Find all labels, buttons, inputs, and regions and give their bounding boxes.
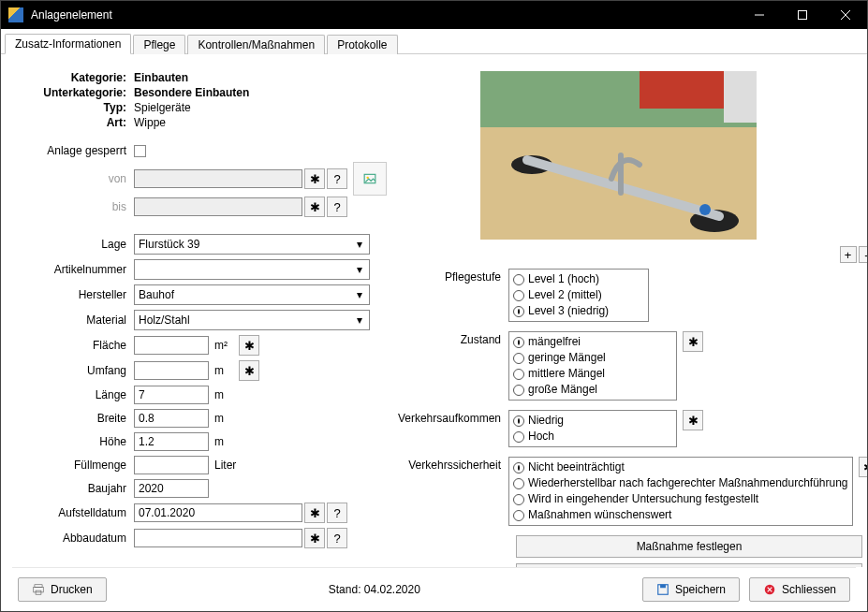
- flaeche-unit: m²: [214, 339, 237, 352]
- verkehrssicherheit-group: Nicht beeinträchtigt Wiederherstellbar n…: [508, 457, 853, 526]
- pflegestufe-group: Level 1 (hoch) Level 2 (mittel) Level 3 …: [508, 269, 649, 322]
- gesperrt-label: Anlage gesperrt: [12, 144, 134, 157]
- bis-field[interactable]: [134, 197, 302, 216]
- umfang-input[interactable]: [134, 361, 209, 380]
- fuellmenge-input[interactable]: [134, 456, 209, 474]
- verkehrssicherheit-option[interactable]: Wird in eingehender Untersuchung festges…: [513, 491, 848, 507]
- laenge-unit: m: [214, 388, 237, 401]
- bis-star-button[interactable]: ✱: [304, 197, 325, 217]
- tab-zusatz[interactable]: Zusatz-Informationen: [5, 34, 131, 54]
- chevron-down-icon: ▾: [352, 313, 367, 328]
- verkehrssicherheit-option[interactable]: Nicht beeinträchtigt: [513, 459, 848, 475]
- zustand-star-button[interactable]: ✱: [683, 331, 703, 352]
- pflegestufe-option[interactable]: Level 1 (hoch): [513, 271, 644, 287]
- art-value: Wippe: [134, 116, 166, 129]
- window-title: Anlagenelement: [31, 8, 738, 22]
- stand-label: Stand: 04.02.2020: [329, 583, 420, 596]
- aufstelldatum-input[interactable]: [134, 503, 302, 522]
- picture-icon: [363, 172, 376, 185]
- tab-pflege[interactable]: Pflege: [133, 35, 185, 54]
- close-icon: [763, 583, 776, 596]
- typ-value: Spielgeräte: [134, 101, 191, 114]
- zustand-option[interactable]: große Mängel: [513, 382, 672, 398]
- flaeche-label: Fläche: [12, 339, 134, 352]
- flaeche-input[interactable]: [134, 336, 209, 355]
- von-star-button[interactable]: ✱: [304, 168, 325, 189]
- kategorie-label: Kategorie:: [12, 71, 134, 84]
- umfang-star-button[interactable]: ✱: [239, 360, 259, 381]
- umfang-label: Umfang: [12, 364, 134, 377]
- von-label: von: [12, 172, 134, 185]
- verkehrsaufkommen-group: Niedrig Hoch: [508, 410, 677, 447]
- printer-icon: [32, 583, 45, 596]
- zustand-option[interactable]: geringe Mängel: [513, 350, 672, 366]
- schliessen-button[interactable]: Schliessen: [749, 577, 850, 602]
- save-icon: [656, 583, 669, 596]
- abbaudatum-label: Abbaudatum: [12, 532, 134, 545]
- verkehrssicherheit-label: Verkehrssicherheit: [396, 457, 508, 526]
- verkehrsaufkommen-option[interactable]: Niedrig: [513, 413, 672, 429]
- hersteller-label: Hersteller: [12, 288, 134, 301]
- close-button[interactable]: [824, 1, 867, 29]
- hoehe-input[interactable]: [134, 432, 209, 451]
- zustand-option[interactable]: mängelfrei: [513, 334, 672, 350]
- svg-rect-18: [660, 585, 666, 589]
- baujahr-input[interactable]: [134, 479, 209, 498]
- hersteller-select[interactable]: Bauhof▾: [134, 284, 370, 305]
- svg-rect-14: [35, 585, 42, 588]
- verkehrsaufkommen-option[interactable]: Hoch: [513, 429, 672, 444]
- gesperrt-checkbox[interactable]: [134, 145, 146, 157]
- speichern-button[interactable]: Speichern: [642, 577, 740, 602]
- material-select[interactable]: Holz/Stahl▾: [134, 310, 370, 330]
- breite-unit: m: [214, 412, 237, 425]
- image-picker-button[interactable]: [353, 162, 387, 196]
- flaeche-star-button[interactable]: ✱: [239, 335, 259, 356]
- aufstelldatum-star-button[interactable]: ✱: [304, 503, 325, 523]
- material-label: Material: [12, 313, 134, 327]
- pflegestufe-label: Pflegestufe: [396, 269, 508, 322]
- massnahme-festlegen-button[interactable]: Maßnahme festlegen: [516, 535, 862, 558]
- drucken-button[interactable]: Drucken: [18, 577, 107, 602]
- bis-help-button[interactable]: ?: [327, 197, 347, 217]
- breite-label: Breite: [12, 412, 134, 425]
- svg-rect-15: [34, 588, 44, 592]
- zustand-option[interactable]: mittlere Mängel: [513, 366, 672, 382]
- minimize-button[interactable]: [738, 1, 781, 29]
- footer: Drucken Stand: 04.02.2020 Speichern Schl…: [12, 567, 856, 611]
- abbaudatum-input[interactable]: [134, 529, 302, 547]
- hoehe-unit: m: [214, 435, 237, 448]
- element-photo: [480, 71, 757, 240]
- pflegestufe-option[interactable]: Level 3 (niedrig): [513, 303, 644, 319]
- tab-protokolle[interactable]: Protokolle: [327, 35, 397, 54]
- verkehrsaufkommen-label: Verkehrsaufkommen: [396, 410, 508, 447]
- svg-point-13: [699, 204, 711, 215]
- aufstelldatum-label: Aufstelldatum: [12, 506, 134, 519]
- abbaudatum-star-button[interactable]: ✱: [304, 528, 325, 548]
- verkehrsaufkommen-star-button[interactable]: ✱: [683, 410, 703, 430]
- abbaudatum-help-button[interactable]: ?: [327, 528, 347, 548]
- tabstrip: Zusatz-Informationen Pflege Kontrollen/M…: [1, 29, 867, 54]
- chevron-down-icon: ▾: [352, 287, 367, 302]
- laenge-input[interactable]: [134, 386, 209, 404]
- tab-kontrollen[interactable]: Kontrollen/Maßnahmen: [187, 35, 325, 54]
- von-help-button[interactable]: ?: [327, 168, 347, 189]
- breite-input[interactable]: [134, 409, 209, 428]
- titlebar: Anlagenelement: [1, 1, 867, 29]
- artikelnummer-select[interactable]: ▾: [134, 259, 370, 280]
- verkehrssicherheit-option[interactable]: Wiederherstellbar nach fachgerechter Maß…: [513, 475, 848, 491]
- fuellmenge-label: Füllmenge: [12, 459, 134, 472]
- svg-rect-8: [724, 71, 757, 123]
- zustand-group: mängelfrei geringe Mängel mittlere Mänge…: [508, 331, 677, 401]
- pflegestufe-option[interactable]: Level 2 (mittel): [513, 287, 644, 303]
- aufstelldatum-help-button[interactable]: ?: [327, 503, 347, 523]
- svg-rect-1: [799, 11, 807, 20]
- verkehrssicherheit-option[interactable]: Maßnahmen wünschenswert: [513, 507, 848, 523]
- photo-remove-button[interactable]: -: [859, 246, 867, 263]
- lage-select[interactable]: Flurstück 39▾: [134, 234, 370, 255]
- svg-rect-7: [640, 71, 724, 109]
- maximize-button[interactable]: [781, 1, 824, 29]
- verkehrssicherheit-star-button[interactable]: ✱: [859, 457, 867, 477]
- von-field[interactable]: [134, 169, 302, 188]
- photo-add-button[interactable]: +: [840, 246, 857, 263]
- art-label: Art:: [12, 116, 134, 129]
